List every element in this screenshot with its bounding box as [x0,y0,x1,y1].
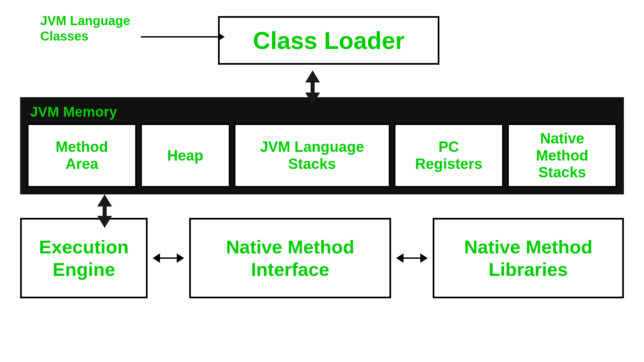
class-loader-memory-arrow [305,70,320,105]
memory-engine-arrow-container [20,194,624,218]
heap-label: Heap [167,147,204,164]
arrow-shaft-bottom [103,206,107,216]
arrow-down [97,216,112,228]
arrow-left-head2 [396,253,404,263]
arrow-left-head [153,253,160,263]
class-loader-label: Class Loader [253,27,405,54]
arrow-up [97,194,112,206]
arrow-h-line2 [404,257,420,259]
method-area-box: MethodArea [27,123,137,188]
arrow-up-head [305,70,320,82]
interface-libraries-arrow [391,253,433,263]
native-method-interface-box: Native MethodInterface [189,218,391,298]
pc-registers-box: PCRegisters [394,123,504,188]
arrow-h-line [160,257,177,259]
method-area-label: MethodArea [56,138,108,172]
native-method-libraries-box: Native MethodLibraries [433,218,624,298]
arrow-right-head [177,253,184,263]
bottom-section: ExecutionEngine Native MethodInterface N… [20,218,624,298]
memory-engine-arrow [97,194,112,228]
native-stacks-label: NativeMethodStacks [536,130,588,181]
pc-registers-label: PCRegisters [415,138,483,172]
native-method-interface-label: Native MethodInterface [226,236,355,281]
arrow-right-head2 [420,253,428,263]
jvm-stacks-box: JVM LanguageStacks [234,123,390,188]
execution-engine-box: ExecutionEngine [20,218,148,298]
memory-boxes-container: MethodArea Heap JVM LanguageStacks PCReg… [27,123,617,188]
jvm-stacks-label: JVM LanguageStacks [260,138,364,172]
jvm-language-classes-label: JVM Language Classes [40,13,130,44]
execution-engine-label: ExecutionEngine [39,236,129,281]
arrow-line [141,36,218,38]
arrow-down-head [305,93,320,105]
top-section: JVM Language Classes Class Loader [20,10,624,70]
jvm-memory-title: JVM Memory [30,104,617,120]
native-method-libraries-label: Native MethodLibraries [464,236,593,281]
arrow-shaft [311,82,315,93]
class-loader-box: Class Loader [218,16,439,65]
diagram-container: JVM Language Classes Class Loader JVM Me… [0,0,644,362]
engine-interface-arrow [148,253,189,263]
jvm-memory-block: JVM Memory MethodArea Heap JVM LanguageS… [20,97,624,194]
heap-box: Heap [140,123,230,188]
native-stacks-box: NativeMethodStacks [507,123,617,188]
vertical-arrow-section [20,70,624,97]
class-loader-arrow [141,33,225,41]
